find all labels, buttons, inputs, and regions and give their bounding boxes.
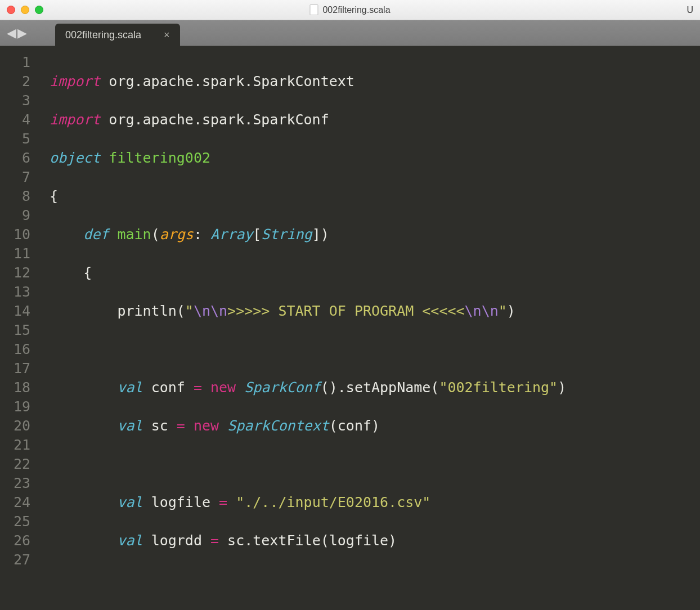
code-line: val logrdd = sc.textFile(logfile) [50,531,700,550]
line-number: 5 [0,129,30,149]
code-line [50,340,700,359]
line-number: 2 [0,72,30,91]
document-icon [309,5,318,15]
code-line: object filtering002 [50,149,700,168]
line-number: 23 [0,474,30,493]
line-number: 18 [0,378,30,397]
nav-back-button[interactable]: ◀ [7,27,16,39]
window-title-text: 002filtering.scala [322,5,390,15]
line-number: 26 [0,531,30,550]
line-number: 6 [0,149,30,168]
nav-forward-button[interactable]: ▶ [17,27,27,39]
code-line: logrdd.take(10).foreach(println) [50,608,700,610]
code-line: val sc = new SparkContext(conf) [50,416,700,436]
code-line: import org.apache.spark.SparkConf [50,110,700,129]
code-line: println("\n\n>>>>> START OF PROGRAM <<<<… [50,302,700,321]
code-line: def main(args: Array[String]) [50,225,700,244]
tab-label: 002filtering.scala [65,29,141,41]
window-title: 002filtering.scala [309,5,390,15]
line-number: 4 [0,110,30,129]
line-number: 10 [0,225,30,244]
code-line [50,455,700,474]
line-number: 22 [0,455,30,474]
code-line: val logfile = "./../input/E02016.csv" [50,493,700,512]
line-number: 15 [0,321,30,340]
line-number: 20 [0,416,30,436]
line-number: 19 [0,397,30,416]
line-number: 8 [0,187,30,206]
maximize-window-button[interactable] [35,6,43,14]
code-line: import org.apache.spark.SparkContext [50,72,700,91]
tab-bar: ◀ ▶ 002filtering.scala × [0,20,700,46]
traffic-lights [7,6,43,14]
nav-arrows: ◀ ▶ [7,27,27,39]
close-icon[interactable]: × [164,29,170,41]
code-line: { [50,187,700,206]
line-number: 25 [0,512,30,531]
line-number: 24 [0,493,30,512]
tab-active[interactable]: 002filtering.scala × [55,24,180,46]
close-window-button[interactable] [7,6,15,14]
line-number: 1 [0,53,30,72]
encoding-indicator: U [686,5,693,15]
line-number: 9 [0,206,30,225]
code-line: { [50,263,700,282]
line-number: 17 [0,359,30,378]
line-number: 21 [0,436,30,455]
line-number: 11 [0,244,30,263]
line-number: 27 [0,550,30,569]
line-number: 13 [0,282,30,302]
minimize-window-button[interactable] [21,6,29,14]
line-number: 7 [0,168,30,187]
line-number: 16 [0,340,30,359]
line-number-gutter: 1 2 3 4 5 6 7 8 9 10 11 12 13 14 15 16 1… [0,46,36,610]
code-line: val conf = new SparkConf().setAppName("0… [50,378,700,397]
code-line [50,569,700,589]
line-number: 14 [0,302,30,321]
window-titlebar: 002filtering.scala U [0,0,700,20]
line-number: 12 [0,263,30,282]
code-area[interactable]: import org.apache.spark.SparkContext imp… [36,46,700,610]
code-editor[interactable]: 1 2 3 4 5 6 7 8 9 10 11 12 13 14 15 16 1… [0,46,700,610]
line-number: 3 [0,91,30,110]
